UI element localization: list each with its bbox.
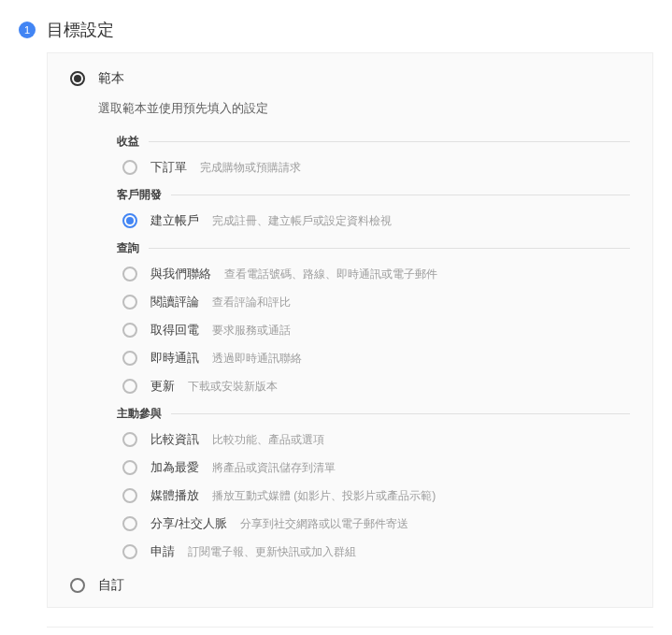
option-description: 下載或安裝新版本 <box>188 379 278 395</box>
template-option[interactable]: 加為最愛將產品或資訊儲存到清單 <box>117 459 630 476</box>
option-group: 主動參與比較資訊比較功能、產品或選項加為最愛將產品或資訊儲存到清單媒體播放播放互… <box>117 406 630 560</box>
radio-unselected-icon <box>122 323 137 338</box>
divider-line <box>171 413 630 414</box>
step-number-badge: 1 <box>19 22 36 38</box>
main-option-custom[interactable]: 自訂 <box>70 577 630 594</box>
option-description: 完成購物或預購請求 <box>200 160 301 176</box>
template-option[interactable]: 更新下載或安裝新版本 <box>117 378 630 395</box>
option-description: 將產品或資訊儲存到清單 <box>212 460 336 476</box>
option-description: 查看電話號碼、路線、即時通訊或電子郵件 <box>224 267 437 282</box>
radio-unselected-icon <box>122 460 137 475</box>
step-title: 目標設定 <box>47 19 114 41</box>
group-header: 主動參與 <box>117 406 630 422</box>
template-option[interactable]: 閱讀評論查看評論和評比 <box>117 294 630 310</box>
option-label: 申請 <box>150 543 175 560</box>
option-label: 閱讀評論 <box>150 294 199 310</box>
divider-line <box>171 195 630 195</box>
radio-selected-icon <box>122 213 137 228</box>
radio-unselected-icon <box>122 516 137 531</box>
template-subtitle: 選取範本並使用預先填入的設定 <box>98 100 630 117</box>
template-option[interactable]: 比較資訊比較功能、產品或選項 <box>117 431 630 448</box>
option-description: 完成註冊、建立帳戶或設定資料檢視 <box>212 213 392 229</box>
radio-unselected-icon <box>122 267 137 281</box>
option-group: 查詢與我們聯絡查看電話號碼、路線、即時通訊或電子郵件閱讀評論查看評論和評比取得回… <box>117 240 630 395</box>
group-title: 主動參與 <box>117 406 162 422</box>
option-description: 播放互動式媒體 (如影片、投影片或產品示範) <box>212 488 436 504</box>
radio-unselected-icon <box>122 379 137 394</box>
radio-unselected-icon <box>122 295 137 310</box>
template-option[interactable]: 與我們聯絡查看電話號碼、路線、即時通訊或電子郵件 <box>117 266 630 282</box>
radio-unselected-icon <box>122 488 137 503</box>
option-label: 媒體播放 <box>150 487 199 504</box>
content-panel: 範本 選取範本並使用預先填入的設定 收益下訂單完成購物或預購請求客戶開發建立帳戶… <box>47 52 653 608</box>
template-option[interactable]: 取得回電要求服務或通話 <box>117 322 630 339</box>
template-option[interactable]: 即時通訊透過即時通訊聯絡 <box>117 350 630 367</box>
footer-actions: 繼續 取消 <box>47 627 653 635</box>
option-label: 建立帳戶 <box>150 212 199 229</box>
group-title: 客戶開發 <box>117 187 162 203</box>
radio-unselected-icon <box>122 544 137 559</box>
option-label: 比較資訊 <box>150 431 199 448</box>
main-option-template[interactable]: 範本 <box>70 70 630 87</box>
group-header: 客戶開發 <box>117 187 630 203</box>
radio-selected-icon <box>70 71 85 86</box>
main-option-custom-label: 自訂 <box>98 577 124 594</box>
option-description: 查看評論和評比 <box>212 295 291 310</box>
template-option[interactable]: 媒體播放播放互動式媒體 (如影片、投影片或產品示範) <box>117 487 630 504</box>
step-header: 1 目標設定 <box>19 19 653 41</box>
option-label: 更新 <box>150 378 175 395</box>
divider-line <box>149 141 630 142</box>
radio-unselected-icon <box>122 160 137 175</box>
group-title: 收益 <box>117 134 139 150</box>
option-description: 訂閱電子報、更新快訊或加入群組 <box>188 544 356 560</box>
option-description: 透過即時通訊聯絡 <box>212 351 302 367</box>
divider-line <box>149 248 630 249</box>
main-option-template-label: 範本 <box>98 70 124 87</box>
option-group: 客戶開發建立帳戶完成註冊、建立帳戶或設定資料檢視 <box>117 187 630 229</box>
option-description: 分享到社交網路或以電子郵件寄送 <box>240 516 408 532</box>
option-description: 要求服務或通話 <box>212 323 291 339</box>
template-option[interactable]: 分享/社交人脈分享到社交網路或以電子郵件寄送 <box>117 515 630 532</box>
template-option[interactable]: 下訂單完成購物或預購請求 <box>117 159 630 176</box>
radio-unselected-icon <box>122 432 137 447</box>
option-label: 加為最愛 <box>150 459 199 476</box>
option-label: 下訂單 <box>150 159 187 176</box>
template-option[interactable]: 申請訂閱電子報、更新快訊或加入群組 <box>117 543 630 560</box>
option-label: 即時通訊 <box>150 350 199 367</box>
template-option[interactable]: 建立帳戶完成註冊、建立帳戶或設定資料檢視 <box>117 212 630 229</box>
radio-unselected-icon <box>70 578 85 593</box>
group-title: 查詢 <box>117 240 139 256</box>
option-label: 與我們聯絡 <box>150 266 211 282</box>
option-group: 收益下訂單完成購物或預購請求 <box>117 134 630 176</box>
option-label: 分享/社交人脈 <box>150 515 227 532</box>
option-description: 比較功能、產品或選項 <box>212 432 324 448</box>
group-header: 收益 <box>117 134 630 150</box>
option-label: 取得回電 <box>150 322 199 339</box>
radio-unselected-icon <box>122 351 137 366</box>
group-header: 查詢 <box>117 240 630 256</box>
